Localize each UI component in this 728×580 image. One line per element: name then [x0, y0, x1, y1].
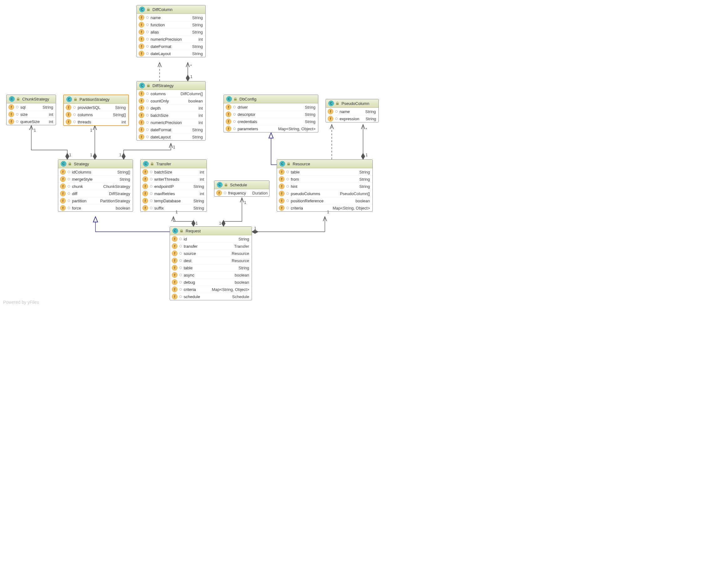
member-row[interactable]: ffrequencyDuration: [214, 189, 269, 196]
member-row[interactable]: ffunctionString: [137, 21, 205, 28]
class-header[interactable]: CTransfer: [140, 160, 207, 168]
member-row[interactable]: fhintString: [277, 183, 372, 190]
class-ChunkStrategy[interactable]: CChunkStrategyfsqlStringfsizeintfqueueSi…: [6, 95, 56, 125]
class-header[interactable]: CRequest: [170, 227, 252, 235]
class-DiffColumn[interactable]: CDiffColumnfnameStringffunctionStringfal…: [136, 5, 206, 57]
member-row[interactable]: fexpressionString: [326, 115, 379, 122]
member-row[interactable]: fpseudoColumnsPseudoColumn[]: [277, 190, 372, 197]
lock-icon: [147, 84, 151, 87]
member-row[interactable]: fchunkChunkStrategy: [58, 183, 133, 190]
class-PseudoColumn[interactable]: CPseudoColumnfnameStringfexpressionStrin…: [326, 99, 379, 122]
class-header[interactable]: CResource: [277, 160, 372, 168]
member-row[interactable]: ftempDatabaseString: [140, 197, 207, 204]
member-row[interactable]: fsizeint: [6, 110, 56, 118]
member-row[interactable]: fnumericPrecisionint: [137, 35, 205, 43]
class-title: PseudoColumn: [341, 101, 369, 106]
edge-agg: [224, 198, 242, 226]
member-row[interactable]: fdestResource: [170, 257, 252, 264]
member-row[interactable]: fproviderSQLString: [64, 104, 128, 111]
class-header[interactable]: CChunkStrategy: [6, 95, 56, 103]
member-row[interactable]: fpartitionPartitionStrategy: [58, 197, 133, 204]
member-row[interactable]: fdescriptorString: [224, 110, 318, 118]
class-header[interactable]: CStrategy: [58, 160, 133, 168]
member-row[interactable]: fnameString: [326, 108, 379, 115]
member-row[interactable]: fcolumnsString[]: [64, 111, 128, 118]
field-icon: f: [328, 116, 333, 122]
member-row[interactable]: ftableString: [277, 168, 372, 175]
member-row[interactable]: fqueueSizeint: [6, 118, 56, 125]
member-type: int: [194, 106, 203, 110]
member-row[interactable]: fsuffixString: [140, 204, 207, 211]
member-row[interactable]: fbatchSizeint: [137, 111, 205, 119]
field-icon: f: [139, 15, 144, 20]
member-row[interactable]: fcriteriaMap<String, Object>: [170, 286, 252, 293]
member-name: dateLayout: [151, 135, 186, 140]
member-row[interactable]: fdateLayoutString: [137, 50, 205, 57]
member-row[interactable]: fdateLayoutString: [137, 133, 205, 140]
class-Strategy[interactable]: CStrategyfidColumnsString[]fmergeStyleSt…: [58, 159, 133, 212]
class-DbConfig[interactable]: CDbConfigfdriverStringfdescriptorStringf…: [224, 95, 318, 132]
class-Request[interactable]: CRequestfidStringftransferTransferfsourc…: [170, 226, 252, 300]
member-row[interactable]: fendpointIPString: [140, 183, 207, 190]
member-type: boolean: [351, 199, 370, 203]
member-row[interactable]: fnumericPrecisionint: [137, 119, 205, 126]
member-row[interactable]: fdateFormatString: [137, 43, 205, 50]
member-name: descriptor: [238, 112, 298, 117]
visibility-icon: [73, 121, 76, 123]
class-header[interactable]: CPartitionStrategy: [64, 95, 128, 104]
member-row[interactable]: fdebugboolean: [170, 278, 252, 286]
visibility-icon: [146, 31, 149, 33]
class-DiffStrategy[interactable]: CDiffStrategyfcolumnsDiffColumn[]fcountO…: [136, 81, 206, 141]
member-row[interactable]: fcriteriaMap<String, Object>: [277, 204, 372, 211]
class-header[interactable]: CPseudoColumn: [326, 99, 379, 108]
member-row[interactable]: fidColumnsString[]: [58, 168, 133, 175]
member-row[interactable]: fmergeStyleString: [58, 175, 133, 183]
member-row[interactable]: fparametersMap<String, Object>: [224, 125, 318, 132]
member-row[interactable]: fcredentialsString: [224, 118, 318, 125]
class-Schedule[interactable]: CScheduleffrequencyDuration: [214, 180, 269, 197]
class-Resource[interactable]: CResourceftableStringffromStringfhintStr…: [277, 159, 373, 212]
field-icon: f: [139, 44, 144, 49]
field-icon: f: [172, 258, 178, 263]
member-row[interactable]: fsqlString: [6, 103, 56, 110]
member-row[interactable]: fdriverString: [224, 103, 318, 110]
member-row[interactable]: fidString: [170, 235, 252, 243]
member-row[interactable]: faliasString: [137, 28, 205, 35]
member-row[interactable]: fasyncboolean: [170, 271, 252, 278]
member-type: String: [361, 117, 376, 121]
member-row[interactable]: fsourceResource: [170, 250, 252, 257]
lock-icon: [180, 229, 184, 233]
footer-credit: Powered by yFiles: [3, 300, 39, 305]
member-row[interactable]: ffromString: [277, 175, 372, 183]
member-row[interactable]: ftransferTransfer: [170, 243, 252, 250]
class-header[interactable]: CDiffColumn: [137, 5, 205, 14]
class-PartitionStrategy[interactable]: CPartitionStrategyfproviderSQLStringfcol…: [63, 95, 129, 126]
member-name: id: [184, 237, 232, 242]
member-row[interactable]: fpositionReferenceboolean: [277, 197, 372, 204]
member-row[interactable]: fbatchSizeint: [140, 168, 207, 175]
visibility-icon: [179, 267, 182, 269]
member-row[interactable]: fcolumnsDiffColumn[]: [137, 90, 205, 97]
class-header[interactable]: CDiffStrategy: [137, 81, 205, 90]
member-row[interactable]: ftableString: [170, 264, 252, 271]
field-icon: f: [172, 236, 178, 242]
member-row[interactable]: fforceboolean: [58, 204, 133, 211]
member-row[interactable]: fmaxRetriesint: [140, 190, 207, 197]
class-header[interactable]: CDbConfig: [224, 95, 318, 103]
member-type: String[]: [109, 112, 126, 117]
class-Transfer[interactable]: CTransferfbatchSizeintfwriterThreadsintf…: [140, 159, 207, 212]
member-row[interactable]: fcountOnlyboolean: [137, 97, 205, 104]
member-row[interactable]: fscheduleSchedule: [170, 293, 252, 300]
member-row[interactable]: fdepthint: [137, 104, 205, 111]
member-row[interactable]: fdateFormatString: [137, 126, 205, 133]
member-row[interactable]: fwriterThreadsint: [140, 175, 207, 183]
member-row[interactable]: fnameString: [137, 14, 205, 21]
class-icon: C: [139, 6, 145, 12]
visibility-icon: [68, 207, 70, 209]
visibility-icon: [233, 106, 236, 108]
member-row[interactable]: fthreadsint: [64, 118, 128, 125]
visibility-icon: [224, 192, 226, 194]
class-header[interactable]: CSchedule: [214, 181, 269, 189]
field-icon: f: [60, 198, 66, 204]
member-row[interactable]: fdiffDiffStrategy: [58, 190, 133, 197]
